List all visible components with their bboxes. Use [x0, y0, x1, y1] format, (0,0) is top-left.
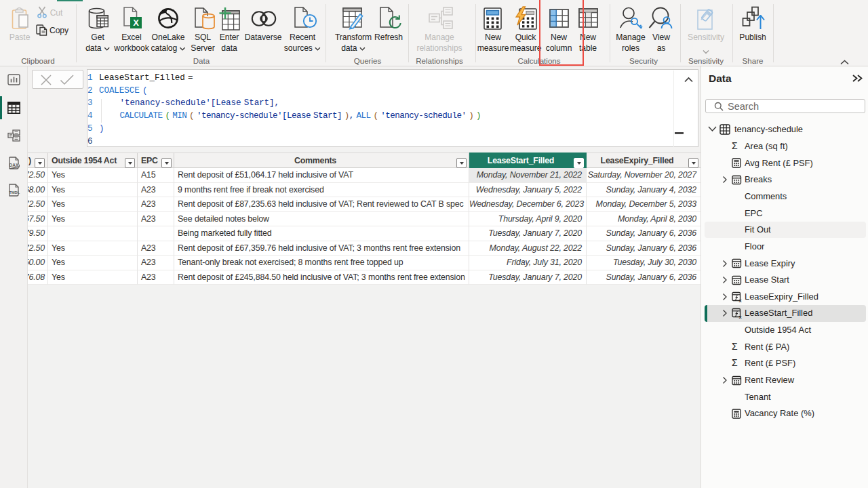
- svg-text:TMDL: TMDL: [9, 190, 20, 195]
- svg-text:X: X: [133, 18, 139, 28]
- svg-text:x: x: [739, 297, 743, 302]
- svg-text:DAX: DAX: [9, 163, 19, 167]
- svg-text:x: x: [739, 314, 743, 319]
